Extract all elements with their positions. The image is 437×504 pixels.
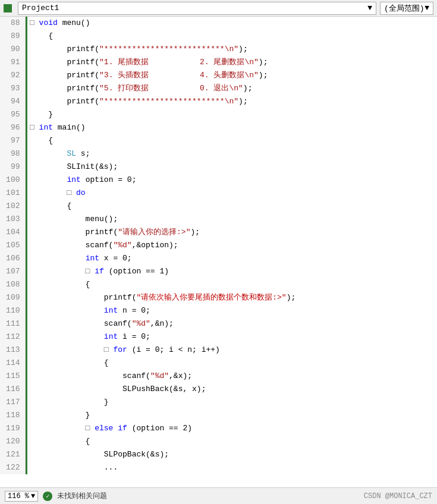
code-line[interactable]: □ do [27,187,437,200]
line-number: 114 [0,357,25,370]
line-number: 89 [0,30,25,43]
status-message: 未找到相关问题 [57,491,107,501]
code-line[interactable]: SL s; [27,147,437,160]
table-row: 121 SLPopBack(&s); [0,448,437,461]
code-line[interactable]: int option = 0; [27,174,437,187]
line-number: 104 [0,226,25,239]
table-row: 90 printf("**************************\n"… [0,43,437,56]
table-row: 112 int i = 0; [0,330,437,344]
code-line[interactable]: printf("5. 打印数据 0. 退出\n"); [27,82,437,95]
code-line[interactable]: ... [27,461,437,474]
line-number: 98 [0,147,25,160]
code-line[interactable]: printf("1. 尾插数据 2. 尾删数据\n"); [27,56,437,69]
line-number: 119 [0,422,25,435]
scope-dropdown-arrow[interactable]: ▼ [425,4,429,12]
line-number: 96 [0,121,25,134]
code-line[interactable]: □ for (i = 0; i < n; i++) [27,344,437,357]
zoom-dropdown-arrow[interactable]: ▼ [31,492,35,500]
line-number: 109 [0,291,25,304]
table-row: 92 printf("3. 头插数据 4. 头删数据\n"); [0,69,437,82]
zoom-control[interactable]: 116 % ▼ [5,491,38,502]
code-line[interactable]: { [27,435,437,448]
scope-text: (全局范围) [384,3,425,14]
table-row: 96□ int main() [0,121,437,134]
table-row: 94 printf("**************************\n"… [0,95,437,108]
zoom-value: 116 % [8,492,29,500]
project-selector[interactable]: Project1 ▼ [18,2,376,15]
code-line[interactable]: menu(); [27,213,437,226]
code-line[interactable]: printf("3. 头插数据 4. 头删数据\n"); [27,69,437,82]
line-number: 115 [0,370,25,383]
code-line[interactable]: □ void menu() [27,17,437,30]
line-number: 107 [0,265,25,278]
line-number: 106 [0,252,25,265]
line-number: 91 [0,56,25,69]
table-row: 107 □ if (option == 1) [0,265,437,278]
line-number: 99 [0,160,25,174]
line-number: 88 [0,17,25,30]
code-line[interactable]: scanf("%d",&x); [27,370,437,383]
code-line[interactable]: int n = 0; [27,304,437,317]
code-line[interactable]: { [27,134,437,147]
table-row: 116 SLPushBack(&s, x); [0,383,437,396]
code-line[interactable]: int i = 0; [27,330,437,344]
status-right-text: CSDN @MONICA_CZT [364,492,432,500]
code-line[interactable]: } [27,396,437,409]
table-row: 119 □ else if (option == 2) [0,422,437,435]
code-line[interactable]: SLInit(&s); [27,160,437,174]
code-line[interactable]: □ int main() [27,121,437,134]
line-number: 113 [0,344,25,357]
line-number: 111 [0,317,25,330]
code-line[interactable]: □ if (option == 1) [27,265,437,278]
code-line[interactable]: { [27,200,437,213]
line-number: 108 [0,278,25,291]
line-number: 101 [0,187,25,200]
table-row: 122 ... [0,461,437,474]
table-row: 88□ void menu() [0,17,437,30]
table-row: 100 int option = 0; [0,174,437,187]
table-row: 113 □ for (i = 0; i < n; i++) [0,344,437,357]
table-row: 89 { [0,30,437,43]
project-name: Project1 [22,4,59,12]
code-line[interactable]: printf("**************************\n"); [27,43,437,56]
table-row: 99 SLInit(&s); [0,160,437,174]
code-line[interactable]: SLPushBack(&s, x); [27,383,437,396]
code-line[interactable]: } [27,108,437,121]
code-line[interactable]: { [27,278,437,291]
table-row: 118 } [0,409,437,422]
table-row: 93 printf("5. 打印数据 0. 退出\n"); [0,82,437,95]
table-row: 120 { [0,435,437,448]
code-line[interactable]: { [27,30,437,43]
code-line[interactable]: printf("请依次输入你要尾插的数据个数和数据:>"); [27,291,437,304]
line-number: 97 [0,134,25,147]
code-line[interactable]: printf("请输入你的选择:>"); [27,226,437,239]
line-number: 102 [0,200,25,213]
table-row: 102 { [0,200,437,213]
line-number: 122 [0,461,25,474]
scope-selector[interactable]: (全局范围) ▼ [380,2,433,15]
table-row: 109 printf("请依次输入你要尾插的数据个数和数据:>"); [0,291,437,304]
code-line[interactable]: SLPopBack(&s); [27,448,437,461]
line-number: 95 [0,108,25,121]
line-number: 105 [0,239,25,252]
project-icon [4,4,12,12]
table-row: 95 } [0,108,437,121]
table-row: 97 { [0,134,437,147]
line-number: 100 [0,174,25,187]
code-container[interactable]: 88□ void menu()89 {90 printf("**********… [0,17,437,487]
code-line[interactable]: printf("**************************\n"); [27,95,437,108]
table-row: 106 int x = 0; [0,252,437,265]
line-number: 93 [0,82,25,95]
table-row: 104 printf("请输入你的选择:>"); [0,226,437,239]
project-dropdown-arrow[interactable]: ▼ [367,4,372,12]
code-line[interactable]: int x = 0; [27,252,437,265]
line-number: 92 [0,69,25,82]
table-row: 103 menu(); [0,213,437,226]
code-line[interactable]: } [27,409,437,422]
code-line[interactable]: scanf("%d",&option); [27,239,437,252]
code-line[interactable]: □ else if (option == 2) [27,422,437,435]
code-line[interactable]: { [27,357,437,370]
table-row: 110 int n = 0; [0,304,437,317]
table-row: 117 } [0,396,437,409]
code-line[interactable]: scanf("%d",&n); [27,317,437,330]
